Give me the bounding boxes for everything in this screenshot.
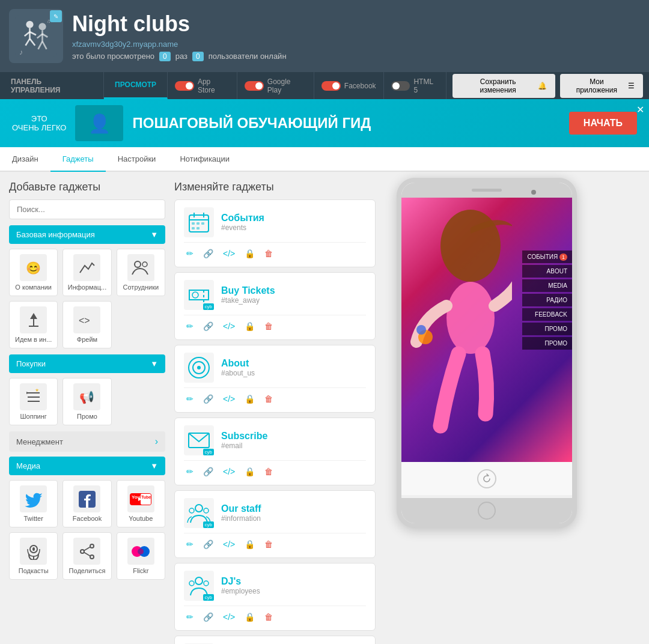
nav-facebook[interactable]: Facebook — [314, 72, 384, 99]
category-basic-info[interactable]: Базовая информация ▼ — [9, 225, 165, 244]
about-tag: #about_us — [221, 369, 366, 377]
subscribe-link-btn[interactable]: 🔗 — [201, 466, 216, 478]
refresh-button[interactable] — [477, 469, 496, 488]
banner-title: ПОШАГОВЫЙ ОБУЧАЮЩИЙ ГИД — [132, 115, 568, 132]
tab-notifications[interactable]: Нотификации — [168, 147, 242, 172]
svg-point-59 — [204, 508, 209, 513]
tickets-link-btn[interactable]: 🔗 — [201, 320, 216, 332]
subscribe-lock-btn[interactable]: 🔒 — [242, 466, 257, 478]
events-lock-btn[interactable]: 🔒 — [242, 248, 257, 260]
gadgets-search[interactable] — [9, 199, 165, 219]
nav-panel[interactable]: ПАНЕЛЬ УПРАВЛЕНИЯ — [0, 72, 104, 99]
nav-preview[interactable]: ПРОСМОТР — [104, 72, 168, 99]
tab-gadgets[interactable]: Гаджеты — [50, 147, 106, 172]
gadget-employees[interactable]: Сотрудники — [117, 249, 165, 296]
flickr-icon — [127, 538, 154, 565]
gadget-card-events: События #events ✏ 🔗 </> 🔒 🗑 — [174, 199, 376, 267]
staff-lock-btn[interactable]: 🔒 — [242, 538, 257, 550]
events-link-btn[interactable]: 🔗 — [201, 248, 216, 260]
gadget-about-company[interactable]: 😊 О компании — [9, 249, 58, 296]
djs-actions: ✏ 🔗 </> 🔒 🗑 — [184, 606, 366, 623]
djs-delete-btn[interactable]: 🗑 — [262, 611, 275, 623]
shopping-grid: ★ Шоппинг 📢 Промо — [9, 378, 165, 425]
gadget-flickr[interactable]: Flickr — [117, 532, 165, 580]
about-code-btn[interactable]: </> — [221, 393, 237, 405]
gadget-share[interactable]: Поделиться — [62, 532, 111, 580]
tickets-delete-btn[interactable]: 🗑 — [262, 320, 275, 332]
subscribe-tag: #email — [221, 442, 366, 450]
staff-delete-btn[interactable]: 🗑 — [262, 538, 275, 550]
about-edit-btn[interactable]: ✏ — [184, 393, 196, 405]
subscribe-code-btn[interactable]: </> — [221, 466, 237, 478]
gadget-twitter[interactable]: Twitter — [9, 480, 58, 527]
nav-appstore[interactable]: App Store — [168, 72, 237, 99]
category-management[interactable]: Менеджмент › — [9, 431, 165, 452]
gadget-shopping[interactable]: ★ Шоппинг — [9, 378, 58, 425]
my-apps-button[interactable]: Мои приложения ☰ — [560, 74, 643, 98]
gadget-promo[interactable]: 📢 Промо — [62, 378, 111, 425]
gadget-information[interactable]: Информац... — [62, 249, 111, 296]
staff-cyb-badge: cyb — [203, 521, 214, 528]
category-shopping[interactable]: Покупки ▼ — [9, 354, 165, 373]
gadget-card-subscribe: cyb Subscribe #email ✏ 🔗 </> 🔒 🗑 — [174, 418, 376, 485]
djs-code-btn[interactable]: </> — [221, 611, 237, 623]
events-card-info: События #events — [221, 213, 366, 232]
banner-line1: ЭТО — [31, 114, 47, 123]
svg-point-67 — [416, 325, 426, 335]
frame-icon: <> — [73, 306, 100, 333]
add-gadgets-title: Добавьте гаджеты — [9, 181, 165, 193]
tickets-code-btn[interactable]: </> — [221, 320, 237, 332]
svg-marker-24 — [26, 392, 29, 394]
gadget-facebook[interactable]: Facebook — [62, 480, 111, 527]
tab-design[interactable]: Дизайн — [0, 147, 50, 172]
facebook-toggle[interactable] — [321, 81, 341, 91]
googleplay-toggle[interactable] — [245, 81, 264, 91]
djs-link-btn[interactable]: 🔗 — [201, 611, 216, 623]
gadget-frame[interactable]: <> Фрейм — [62, 301, 111, 348]
tickets-lock-btn[interactable]: 🔒 — [242, 320, 257, 332]
tickets-edit-btn[interactable]: ✏ — [184, 320, 196, 332]
category-basic-info-label: Базовая информация — [16, 230, 95, 239]
djs-tag: #employees — [221, 587, 366, 595]
direction-label: Идем в ин... — [15, 336, 52, 343]
category-media[interactable]: Медиа ▼ — [9, 457, 165, 475]
about-link-btn[interactable]: 🔗 — [201, 393, 216, 405]
subscribe-delete-btn[interactable]: 🗑 — [262, 466, 275, 478]
app-url[interactable]: xfzavmv3dg30y2.myapp.name — [72, 40, 287, 49]
djs-edit-btn[interactable]: ✏ — [184, 611, 196, 623]
staff-link-btn[interactable]: 🔗 — [201, 538, 216, 550]
staff-name: Our staff — [221, 503, 366, 514]
djs-lock-btn[interactable]: 🔒 — [242, 611, 257, 623]
header-info: Night clubs xfzavmv3dg30y2.myapp.name эт… — [72, 11, 287, 61]
nav-html5[interactable]: HTML 5 — [384, 72, 447, 99]
save-button[interactable]: Сохранить изменения 🔔 — [452, 74, 555, 98]
about-delete-btn[interactable]: 🗑 — [262, 393, 275, 405]
gadget-direction[interactable]: Идем в ин... — [9, 301, 58, 348]
gadget-podcast[interactable]: Подкасты — [9, 532, 58, 580]
staff-code-btn[interactable]: </> — [221, 538, 237, 550]
start-button[interactable]: НАЧАТЬ — [569, 112, 637, 135]
gadget-card-buy-tickets: cyb Buy Tickets #take_away ✏ 🔗 </> 🔒 🗑 — [174, 272, 376, 340]
subscribe-edit-btn[interactable]: ✏ — [184, 466, 196, 478]
events-edit-btn[interactable]: ✏ — [184, 248, 196, 260]
about-lock-btn[interactable]: 🔒 — [242, 393, 257, 405]
about-company-label: О компании — [15, 284, 52, 291]
appstore-toggle[interactable] — [175, 81, 194, 91]
events-delete-btn[interactable]: 🗑 — [262, 248, 275, 260]
management-label: Менеджмент — [16, 437, 63, 446]
staff-edit-btn[interactable]: ✏ — [184, 538, 196, 550]
content-tabs: Дизайн Гаджеты Настройки Нотификации — [0, 147, 649, 172]
banner-close-button[interactable]: ✕ — [636, 104, 644, 115]
events-code-btn[interactable]: </> — [221, 248, 237, 260]
gadget-youtube[interactable]: You Tube Youtube — [117, 480, 165, 527]
html5-toggle[interactable] — [391, 81, 410, 91]
html5-label: HTML 5 — [413, 77, 439, 94]
facebook-label: Facebook — [344, 82, 376, 90]
app-header: ✎ ♪ ♫ Night clubs xfzavmv3dg30y2.myapp.n… — [0, 0, 649, 72]
tab-settings[interactable]: Настройки — [106, 147, 168, 172]
users-count: 0 — [192, 52, 204, 61]
svg-rect-48 — [197, 222, 200, 225]
youtube-label: Youtube — [129, 515, 153, 522]
nav-googleplay[interactable]: Google Play — [237, 72, 314, 99]
edit-badge[interactable]: ✎ — [50, 10, 62, 22]
